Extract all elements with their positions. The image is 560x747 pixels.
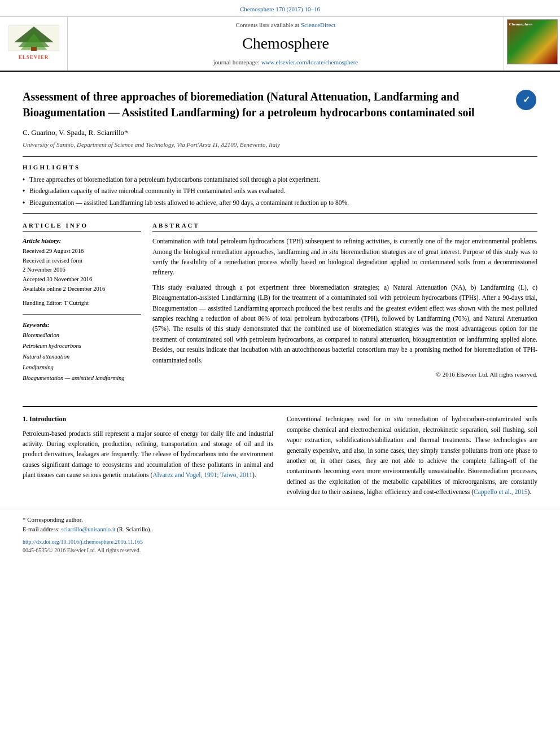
journal-citation-bar: Chemosphere 170 (2017) 10–16 <box>0 5 560 14</box>
article-history-section: Article history: Received 29 August 2016… <box>23 236 141 294</box>
divider-2 <box>23 213 537 214</box>
doi-link[interactable]: http://dx.doi.org/10.1016/j.chemosphere.… <box>23 539 143 545</box>
abstract-heading: ABSTRACT <box>152 221 537 232</box>
divider-1 <box>23 156 537 157</box>
journal-cover: Chemosphere <box>504 17 560 71</box>
release-word: release <box>153 451 171 457</box>
highlights-section: HIGHLIGHTS Three approaches of bioremedi… <box>23 163 537 208</box>
body-col-right: Conventional techniques used for in situ… <box>287 414 537 497</box>
abstract-p1: Contamination with total petroleum hydro… <box>152 236 537 278</box>
elsevier-logo <box>8 25 59 54</box>
body-col-left: 1. Introduction Petroleum-based products… <box>23 414 273 497</box>
footnote-email: E-mail address: sciarrillo@unisannio.it … <box>23 525 537 534</box>
abstract-text: Contamination with total petroleum hydro… <box>152 236 537 365</box>
article-info-abstract: ARTICLE INFO Article history: Received 2… <box>23 221 537 388</box>
keyword-1: Bioremediation <box>23 330 141 341</box>
keywords-list: Bioremediation Petroleum hydrocarbons Na… <box>23 330 141 383</box>
section1-title: Introduction <box>29 415 66 423</box>
page: Chemosphere 170 (2017) 10–16 ELSEVIER <box>0 0 560 559</box>
crossmark-svg: ✓ <box>518 91 535 108</box>
journal-header: Chemosphere 170 (2017) 10–16 ELSEVIER <box>0 0 560 72</box>
keywords-section: Keywords: Bioremediation Petroleum hydro… <box>23 320 141 384</box>
article-content: Assessment of three approaches of biorem… <box>0 72 560 397</box>
journal-center-info: Contents lists available at ScienceDirec… <box>68 17 504 71</box>
sciencedirect-link[interactable]: ScienceDirect <box>301 21 336 28</box>
section1-number: 1. <box>23 415 28 423</box>
elsevier-tree-svg <box>8 25 59 56</box>
highlights-heading: HIGHLIGHTS <box>23 163 537 172</box>
affiliation: University of Sannio, Department of Scie… <box>23 140 537 150</box>
section1-heading: 1. Introduction <box>23 414 273 425</box>
article-dates: Received 29 August 2016 Received in revi… <box>23 247 141 294</box>
journal-name: Chemosphere <box>242 32 329 55</box>
section1-p1: Petroleum-based products still represent… <box>23 429 273 480</box>
keyword-3: Natural attenuation <box>23 352 141 362</box>
footnote-star: * Corresponding author. <box>23 515 537 525</box>
article-history-label: Article history: <box>23 236 141 246</box>
section1-p2: Conventional techniques used for in situ… <box>287 414 537 497</box>
cover-title-small: Chemosphere <box>509 21 532 28</box>
homepage-link[interactable]: www.elsevier.com/locate/chemosphere <box>261 59 358 65</box>
highlight-item-2: Biodegradation capacity of native microb… <box>23 186 537 196</box>
keyword-2: Petroleum hydrocarbons <box>23 341 141 352</box>
revised-label: Received in revised form <box>23 256 141 266</box>
svg-text:✓: ✓ <box>523 95 530 104</box>
accepted-date: Accepted 30 November 2016 <box>23 275 141 285</box>
authors: C. Guarino, V. Spada, R. Sciarrillo* <box>23 127 537 138</box>
email-link[interactable]: sciarrillo@unisannio.it <box>61 526 115 532</box>
article-title: Assessment of three approaches of biorem… <box>23 89 537 120</box>
elsevier-logo-area: ELSEVIER <box>0 17 68 71</box>
available-date: Available online 2 December 2016 <box>23 285 141 294</box>
keyword-5: Bioagumentation — assistited landfarming <box>23 373 141 384</box>
homepage-line: journal homepage: www.elsevier.com/locat… <box>213 58 358 67</box>
divider-3 <box>23 314 141 314</box>
bottom-divider <box>23 406 537 407</box>
highlight-item-1: Three approaches of bioremediation for a… <box>23 175 537 185</box>
journal-citation: Chemosphere 170 (2017) 10–16 <box>240 6 320 12</box>
cover-image: Chemosphere <box>507 19 558 64</box>
article-info-heading: ARTICLE INFO <box>23 221 141 232</box>
keyword-4: Landfarming <box>23 362 141 373</box>
abstract-col: ABSTRACT Contamination with total petrol… <box>152 221 537 388</box>
article-footer: * Corresponding author. E-mail address: … <box>0 509 560 559</box>
article-info-col: ARTICLE INFO Article history: Received 2… <box>23 221 141 388</box>
copyright-line: © 2016 Elsevier Ltd. All rights reserved… <box>152 370 537 379</box>
ref-alvarez[interactable]: Alvarez and Vogel, 1991; Taiwo, 2011 <box>152 471 252 478</box>
ref-cappello[interactable]: Cappello et al., 2015 <box>474 488 528 495</box>
doi-line: http://dx.doi.org/10.1016/j.chemosphere.… <box>23 538 537 546</box>
keywords-label: Keywords: <box>23 320 141 330</box>
body-content: 1. Introduction Petroleum-based products… <box>0 414 560 497</box>
handling-editor-section: Handling Editor: T Cutright <box>23 299 141 308</box>
highlight-item-3: Bioagumentation — assistited Landfarming… <box>23 198 537 208</box>
contents-line: Contents lists available at ScienceDirec… <box>235 20 335 30</box>
received-date: Received 29 August 2016 <box>23 247 141 256</box>
journal-meta: ELSEVIER Contents lists available at Sci… <box>0 16 560 71</box>
revised-date: 2 November 2016 <box>23 265 141 275</box>
crossmark-icon: ✓ <box>516 90 536 110</box>
abstract-p2: This study evaluated through a pot exper… <box>152 282 537 365</box>
handling-editor: Handling Editor: T Cutright <box>23 299 141 308</box>
svg-rect-4 <box>31 47 37 51</box>
crossmark-badge: ✓ <box>515 89 537 111</box>
issn-line: 0045-6535/© 2016 Elsevier Ltd. All right… <box>23 546 537 554</box>
